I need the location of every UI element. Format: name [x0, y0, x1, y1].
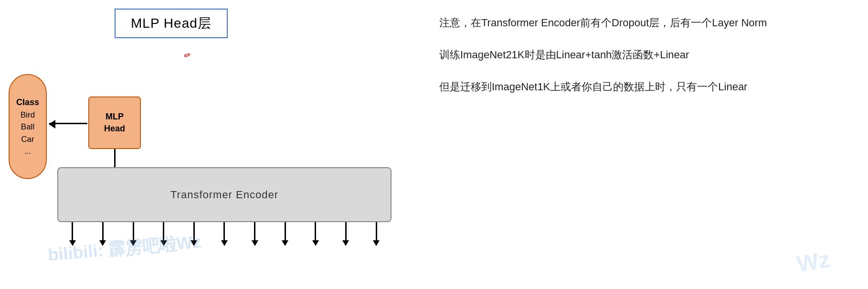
black-arrow-7 — [252, 222, 258, 246]
text-block-2: 训练ImageNet21K时是由Linear+tanh激活函数+Linear — [439, 46, 849, 63]
class-item-ellipsis: ... — [24, 145, 31, 158]
watermark-right: Wz — [794, 246, 832, 277]
black-arrow-8 — [282, 222, 288, 246]
main-container: MLP Head层 ✏ Class Bird Ball Car ... MLPH… — [0, 0, 868, 289]
diagram-section: MLP Head层 ✏ Class Bird Ball Car ... MLPH… — [0, 0, 411, 289]
text-note-1: 注意，在Transformer Encoder前有个Dropout层，后有一个L… — [439, 14, 849, 31]
black-arrow-2 — [99, 222, 106, 246]
text-section: 注意，在Transformer Encoder前有个Dropout层，后有一个L… — [411, 0, 868, 289]
black-arrow-1 — [69, 222, 76, 246]
text-block-1: 注意，在Transformer Encoder前有个Dropout层，后有一个L… — [439, 14, 849, 31]
pencil-icon: ✏ — [182, 49, 193, 62]
transformer-box: Transformer Encoder — [57, 167, 392, 222]
text-note-3: 但是迁移到ImageNet1K上或者你自己的数据上时，只有一个Linear — [439, 78, 849, 95]
class-box: Class Bird Ball Car ... — [9, 74, 47, 179]
class-label: Class — [16, 96, 39, 109]
black-arrow-4 — [160, 222, 167, 246]
mlp-head-title: MLP Head层 — [115, 9, 228, 38]
mlp-to-class-arrow — [49, 123, 87, 124]
black-arrow-5 — [191, 222, 197, 246]
text-block-3: 但是迁移到ImageNet1K上或者你自己的数据上时，只有一个Linear — [439, 78, 849, 95]
black-arrow-10 — [342, 222, 349, 246]
class-item-car: Car — [21, 133, 34, 146]
black-arrow-3 — [130, 222, 137, 246]
mlp-head-box: MLPHead — [88, 96, 141, 149]
red-arrows-container — [57, 150, 392, 167]
black-arrow-6 — [221, 222, 228, 246]
black-arrows-container — [57, 222, 392, 251]
class-item-bird: Bird — [21, 109, 35, 121]
black-arrow-9 — [312, 222, 319, 246]
mlp-head-label: MLPHead — [104, 111, 125, 135]
text-note-2: 训练ImageNet21K时是由Linear+tanh激活函数+Linear — [439, 46, 849, 63]
black-arrow-11 — [373, 222, 380, 246]
class-item-ball: Ball — [21, 121, 34, 133]
